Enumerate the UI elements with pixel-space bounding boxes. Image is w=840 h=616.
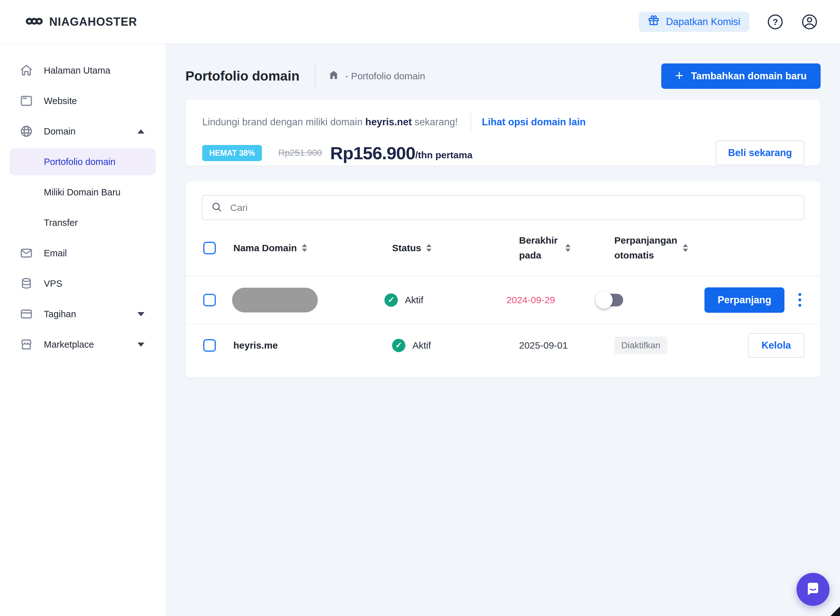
sidebar-item-transfer[interactable]: Transfer [0,207,165,238]
new-price: Rp156.900 [330,143,415,163]
buy-now-button[interactable]: Beli sekarang [716,141,805,165]
row-checkbox[interactable] [203,339,216,352]
table-header-row: Nama Domain Status Berakhir pada Perpanj… [186,220,820,276]
sidebar-item-label: Email [44,248,67,258]
globe-icon [19,125,34,138]
topbar: NIAGAHOSTER Dapatkan Komisi ? [0,0,840,44]
old-price: Rp251.900 [278,148,322,158]
envelope-icon [19,246,34,260]
sidebar-item-tagihan[interactable]: Tagihan [0,299,165,329]
expiry-date: 2024-09-29 [506,295,555,305]
autorenew-toggle-off[interactable] [598,294,623,307]
breadcrumb-label: - Portofolio domain [345,71,425,82]
commission-label: Dapatkan Komisi [666,16,740,28]
brand-name: NIAGAHOSTER [49,15,137,29]
sidebar-item-miliki-domain-baru[interactable]: Miliki Domain Baru [0,177,165,207]
status-label: Aktif [405,295,423,305]
divider [315,62,315,90]
commission-button[interactable]: Dapatkan Komisi [639,12,749,32]
domain-table-card: Nama Domain Status Berakhir pada Perpanj… [185,181,821,378]
main-content: Portofolio domain - Portofolio domain + … [166,44,840,616]
sidebar-item-label: VPS [44,279,62,289]
promo-banner: Lindungi brand dengan miliki domain heyr… [185,99,821,166]
database-icon [19,277,34,290]
sidebar-item-label: Portofolio domain [44,157,116,167]
niagahoster-infinity-icon [24,14,44,29]
chat-widget-button[interactable] [796,573,830,606]
status-active-icon: ✓ [392,339,405,352]
sort-icon[interactable] [302,244,307,252]
search-icon [211,201,222,214]
promo-message: Lindungi brand dengan miliki domain heyr… [202,116,458,128]
col-header-autorenew: Perpanjangan otomatis [614,233,678,263]
status-label: Aktif [412,340,431,351]
sidebar-item-label: Miliki Domain Baru [44,187,121,198]
status-active-icon: ✓ [384,293,398,307]
domain-name: heyris.me [233,340,278,351]
credit-card-icon [19,307,34,321]
chevron-down-icon [137,312,144,316]
col-header-domain: Nama Domain [233,243,297,254]
search-box [202,195,805,220]
home-breadcrumb-icon[interactable] [328,69,339,83]
home-icon [19,64,34,77]
sidebar-item-website[interactable]: Website [0,86,165,116]
sidebar-item-portofolio-domain[interactable]: Portofolio domain [10,148,156,175]
sidebar-item-label: Transfer [44,218,78,228]
sidebar-item-halaman-utama[interactable]: Halaman Utama [0,55,165,86]
storefront-icon [19,338,34,351]
sidebar-item-label: Marketplace [44,339,94,350]
select-all-checkbox[interactable] [203,242,216,254]
other-domain-options-link[interactable]: Lihat opsi domain lain [482,116,586,128]
browser-icon [19,94,34,107]
sidebar-item-vps[interactable]: VPS [0,268,165,299]
gift-icon [647,15,660,29]
search-input[interactable] [230,202,795,213]
manage-button[interactable]: Kelola [748,333,805,358]
row-checkbox[interactable] [203,294,216,307]
sort-icon[interactable] [565,244,571,252]
page-title: Portofolio domain [185,69,299,84]
help-button[interactable]: ? [767,14,784,30]
col-header-status: Status [392,243,421,254]
sidebar-item-label: Domain [44,126,75,137]
table-row: ✓ Aktif 2024-09-29 Perpanjang [186,276,820,324]
add-domain-button[interactable]: + Tambahkan domain baru [661,63,821,89]
renew-button[interactable]: Perpanjang [705,287,784,313]
kebab-menu-icon[interactable] [795,290,805,310]
add-domain-label: Tambahkan domain baru [691,70,807,82]
sort-icon[interactable] [683,244,688,252]
autorenew-status-badge: Diaktifkan [614,337,667,354]
promo-domain: heyris.net [365,116,412,128]
expiry-date: 2025-09-01 [519,340,568,351]
sidebar: Halaman Utama Website Domain Portofolio … [0,44,166,616]
svg-text:?: ? [772,17,778,26]
chevron-down-icon [137,343,144,347]
cursor-artifact [830,606,840,616]
chevron-up-icon [137,129,144,133]
brand-logo[interactable]: NIAGAHOSTER [24,14,137,29]
sidebar-item-domain[interactable]: Domain [0,116,165,147]
redacted-domain-name [232,288,318,312]
account-button[interactable] [801,14,818,30]
sidebar-item-email[interactable]: Email [0,238,165,268]
chat-bubble-icon [804,580,822,599]
discount-badge: HEMAT 38% [202,145,262,161]
price-period: /thn pertama [415,150,472,160]
divider [471,112,471,132]
sidebar-item-label: Halaman Utama [44,65,110,76]
breadcrumb: - Portofolio domain [328,69,425,83]
sidebar-item-label: Tagihan [44,309,76,320]
sidebar-item-label: Website [44,96,77,106]
sort-icon[interactable] [427,244,431,252]
plus-icon: + [675,69,684,82]
sidebar-item-marketplace[interactable]: Marketplace [0,329,165,360]
col-header-expire: Berakhir pada [519,233,560,263]
table-row: heyris.me ✓ Aktif 2025-09-01 Diaktifkan … [186,324,820,367]
